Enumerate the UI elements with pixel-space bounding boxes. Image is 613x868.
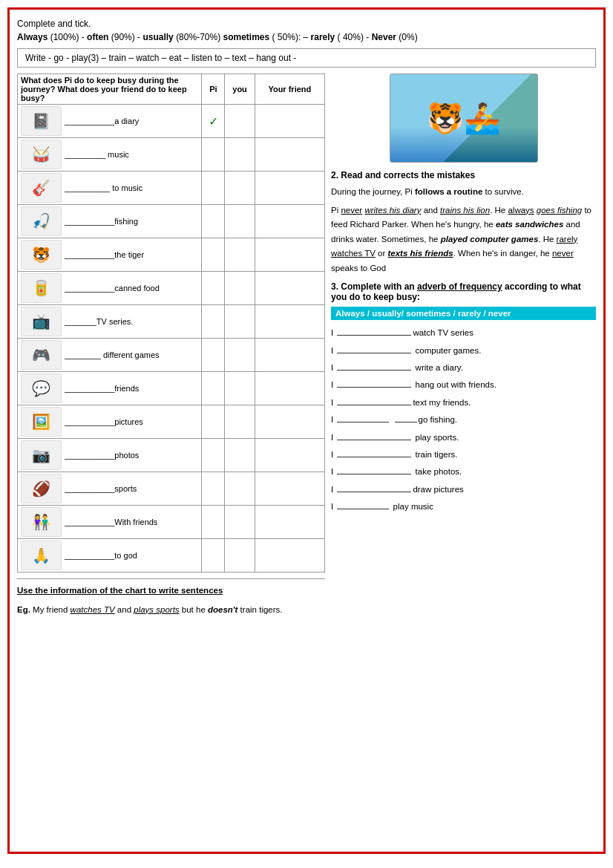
activity-cell: 📺 _______TV series. xyxy=(18,305,202,339)
friend-check-cell[interactable] xyxy=(255,439,324,472)
pi-check-cell[interactable] xyxy=(202,205,225,238)
fill-line-11: I play music xyxy=(331,500,596,513)
activity-cell: 📓 ___________a diary xyxy=(18,105,202,138)
canned-food-icon: 🥫 xyxy=(21,273,62,303)
word-bank-bar: Write - go - play(3) – train – watch – e… xyxy=(17,48,596,68)
table-row: 🎮 ________ different games xyxy=(18,339,325,372)
friend-check-cell[interactable] xyxy=(255,472,324,506)
you-check-cell[interactable] xyxy=(225,372,255,405)
section2-body: During the journey, Pi follows a routine… xyxy=(331,185,596,275)
fill-line-5: I text my friends. xyxy=(331,396,596,409)
pray-icon: 🙏 xyxy=(21,541,62,570)
fill-line-7: I play sports. xyxy=(331,431,596,444)
you-check-cell[interactable] xyxy=(225,172,255,205)
blank-6[interactable] xyxy=(337,414,389,422)
friend-check-cell[interactable] xyxy=(255,272,324,305)
you-check-cell[interactable] xyxy=(225,339,255,372)
friend-check-cell[interactable] xyxy=(255,138,324,172)
pi-check-cell[interactable] xyxy=(202,405,225,439)
you-check-cell[interactable] xyxy=(225,439,255,472)
you-check-cell[interactable] xyxy=(225,506,255,539)
games-icon: 🎮 xyxy=(21,340,62,370)
pi-check-cell[interactable] xyxy=(202,372,225,405)
section2-title: 2. Read and corrects the mistakes xyxy=(331,170,596,180)
friends-text-icon: 💬 xyxy=(21,373,62,403)
sports-icon: 🏈 xyxy=(21,474,62,503)
table-row: 📓 ___________a diary ✓ xyxy=(18,105,325,138)
activity-cell: 🐯 ___________the tiger xyxy=(18,238,202,272)
right-panel: 🐯🚣 2. Read and corrects the mistakes Dur… xyxy=(331,74,596,617)
pi-check-cell[interactable] xyxy=(202,172,225,205)
activity-cell: 🎸 __________ to music xyxy=(18,172,202,205)
friend-check-cell[interactable] xyxy=(255,238,324,272)
you-check-cell[interactable] xyxy=(225,238,255,272)
friend-check-cell[interactable] xyxy=(255,205,324,238)
you-check-cell[interactable] xyxy=(225,105,255,138)
never-label: Never xyxy=(372,32,396,42)
friend-check-cell[interactable] xyxy=(255,506,324,539)
pi-check-cell[interactable] xyxy=(202,339,225,372)
friend-check-cell[interactable] xyxy=(255,405,324,439)
table-row: 💬 ___________friends xyxy=(18,372,325,405)
fill-line-3: I write a diary. xyxy=(331,361,596,374)
you-check-cell[interactable] xyxy=(225,539,255,572)
blank-10[interactable] xyxy=(337,483,411,492)
frequencies-line: Always (100%) - often (90%) - usually (8… xyxy=(17,30,596,44)
pi-check-cell[interactable] xyxy=(202,472,225,506)
friend-check-cell[interactable] xyxy=(255,339,324,372)
blank-6b[interactable] xyxy=(395,414,417,422)
you-check-cell[interactable] xyxy=(225,305,255,339)
friend-check-cell[interactable] xyxy=(255,305,324,339)
friend-check-cell[interactable] xyxy=(255,105,324,138)
tv-icon: 📺 xyxy=(21,307,62,336)
friend-check-cell[interactable] xyxy=(255,372,324,405)
always-label: Always xyxy=(17,32,47,42)
blank-1[interactable] xyxy=(337,327,411,336)
fill-lines-container: I watch TV series I computer games. I wr… xyxy=(331,326,596,513)
page-container: Complete and tick. Always (100%) - often… xyxy=(7,7,606,854)
blank-5[interactable] xyxy=(337,397,411,405)
section1: Complete and tick. Always (100%) - often… xyxy=(17,17,596,68)
col-question: What does Pi do to keep busy during the … xyxy=(18,74,202,105)
table-row: 🙏 ___________to god xyxy=(18,539,325,572)
table-row: 🎣 ___________fishing xyxy=(18,205,325,238)
fill-line-6: I go fishing. xyxy=(331,413,596,426)
blank-2[interactable] xyxy=(337,345,411,353)
usually-label: usually xyxy=(142,32,173,42)
you-check-cell[interactable] xyxy=(225,205,255,238)
blank-9[interactable] xyxy=(337,466,411,474)
example-sentence: Eg. My friend watches TV and plays sport… xyxy=(17,603,325,618)
pi-check-cell[interactable] xyxy=(202,539,225,572)
table-row: 🏈 ___________sports xyxy=(18,472,325,506)
blank-3[interactable] xyxy=(337,362,411,371)
pi-check-cell[interactable] xyxy=(202,138,225,172)
you-check-cell[interactable] xyxy=(225,472,255,506)
chart-instruction: Use the information of the chart to writ… xyxy=(17,584,325,598)
you-check-cell[interactable] xyxy=(225,405,255,439)
table-header-row: What does Pi do to keep busy during the … xyxy=(18,74,325,105)
you-check-cell[interactable] xyxy=(225,138,255,172)
blank-7[interactable] xyxy=(337,431,411,440)
col-pi: Pi xyxy=(202,74,225,105)
blank-11[interactable] xyxy=(337,500,389,509)
pi-check-cell[interactable] xyxy=(202,272,225,305)
pi-check-cell[interactable]: ✓ xyxy=(202,105,225,138)
table-row: 📺 _______TV series. xyxy=(18,305,325,339)
pi-check-cell[interactable] xyxy=(202,506,225,539)
blank-4[interactable] xyxy=(337,379,411,388)
pi-check-cell[interactable] xyxy=(202,238,225,272)
friend-check-cell[interactable] xyxy=(255,172,324,205)
fill-line-1: I watch TV series xyxy=(331,326,596,339)
often-label: often xyxy=(87,32,108,42)
activity-cell: 📷 ___________photos xyxy=(18,439,202,472)
friend-check-cell[interactable] xyxy=(255,539,324,572)
main-content: What does Pi do to keep busy during the … xyxy=(17,74,596,617)
pi-check-cell[interactable] xyxy=(202,439,225,472)
you-check-cell[interactable] xyxy=(225,272,255,305)
blank-8[interactable] xyxy=(337,448,411,457)
activity-cell: 💬 ___________friends xyxy=(18,372,202,405)
pi-check-cell[interactable] xyxy=(202,305,225,339)
sometimes-label: sometimes xyxy=(223,32,269,42)
pictures-icon: 🖼️ xyxy=(21,407,62,437)
section2: 2. Read and corrects the mistakes During… xyxy=(331,170,596,275)
